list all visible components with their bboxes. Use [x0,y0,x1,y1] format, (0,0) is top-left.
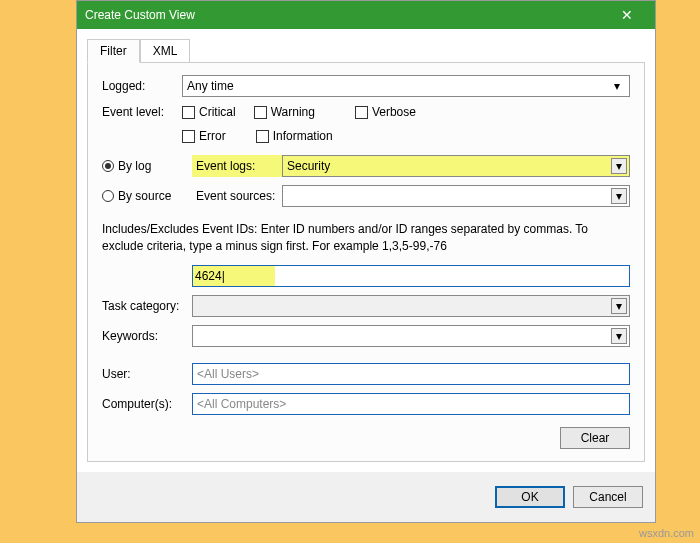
keywords-dropdown[interactable]: ▾ [192,325,630,347]
checkbox-icon [182,106,195,119]
user-row: User: <All Users> [102,363,630,385]
chevron-down-icon: ▾ [609,78,625,94]
tab-filter[interactable]: Filter [87,39,140,63]
tab-xml[interactable]: XML [140,39,191,62]
checkbox-icon [182,130,195,143]
event-ids-input[interactable]: 4624| [192,265,630,287]
tab-strip: Filter XML [87,39,645,63]
event-sources-dropdown[interactable]: ▾ [282,185,630,207]
titlebar: Create Custom View ✕ [77,1,655,29]
radio-by-source[interactable]: By source [102,189,192,203]
keywords-row: Keywords: ▾ [102,325,630,347]
event-logs-dropdown[interactable]: Security ▾ [282,155,630,177]
chevron-down-icon: ▾ [611,188,627,204]
task-category-row: Task category: ▾ [102,295,630,317]
event-level-row: Event level: Critical Warning Verbose Er… [102,105,630,143]
logged-value: Any time [187,79,234,93]
task-category-dropdown[interactable]: ▾ [192,295,630,317]
window-title: Create Custom View [85,8,195,22]
chevron-down-icon: ▾ [611,158,627,174]
chevron-down-icon: ▾ [611,298,627,314]
close-icon[interactable]: ✕ [607,7,647,23]
cancel-button[interactable]: Cancel [573,486,643,508]
radio-by-log[interactable]: By log [102,159,192,173]
checkbox-icon [256,130,269,143]
checkbox-icon [254,106,267,119]
footer: OK Cancel [77,472,655,522]
content-area: Filter XML Logged: Any time ▾ Event leve… [77,29,655,522]
ok-button[interactable]: OK [495,486,565,508]
keywords-label: Keywords: [102,329,192,343]
clear-row: Clear [102,427,630,449]
radio-icon [102,190,114,202]
computers-row: Computer(s): <All Computers> [102,393,630,415]
task-category-label: Task category: [102,299,192,313]
dialog-window: Create Custom View ✕ Filter XML Logged: … [76,0,656,523]
clear-button[interactable]: Clear [560,427,630,449]
event-logs-label: Event logs: [192,155,282,177]
computers-label: Computer(s): [102,397,192,411]
chk-warning[interactable]: Warning [254,105,315,119]
instruction-text: Includes/Excludes Event IDs: Enter ID nu… [102,221,630,255]
watermark: wsxdn.com [639,527,694,539]
event-ids-value: 4624 [195,269,222,283]
event-level-label: Event level: [102,105,182,119]
computers-input[interactable]: <All Computers> [192,393,630,415]
by-source-row: By source Event sources: ▾ [102,185,630,207]
chk-error[interactable]: Error [182,129,226,143]
filter-panel: Logged: Any time ▾ Event level: Critical… [87,62,645,462]
chk-verbose[interactable]: Verbose [355,105,416,119]
computers-value: <All Computers> [197,397,286,411]
event-sources-label: Event sources: [192,185,282,207]
checkbox-icon [355,106,368,119]
by-log-row: By log Event logs: Security ▾ [102,155,630,177]
user-input[interactable]: <All Users> [192,363,630,385]
chk-critical[interactable]: Critical [182,105,236,119]
chevron-down-icon: ▾ [611,328,627,344]
chk-information[interactable]: Information [256,129,333,143]
logged-dropdown[interactable]: Any time ▾ [182,75,630,97]
user-label: User: [102,367,192,381]
logged-row: Logged: Any time ▾ [102,75,630,97]
radio-checked-icon [102,160,114,172]
user-value: <All Users> [197,367,259,381]
event-ids-row: 4624| [102,265,630,287]
event-logs-value: Security [287,159,330,173]
logged-label: Logged: [102,79,182,93]
